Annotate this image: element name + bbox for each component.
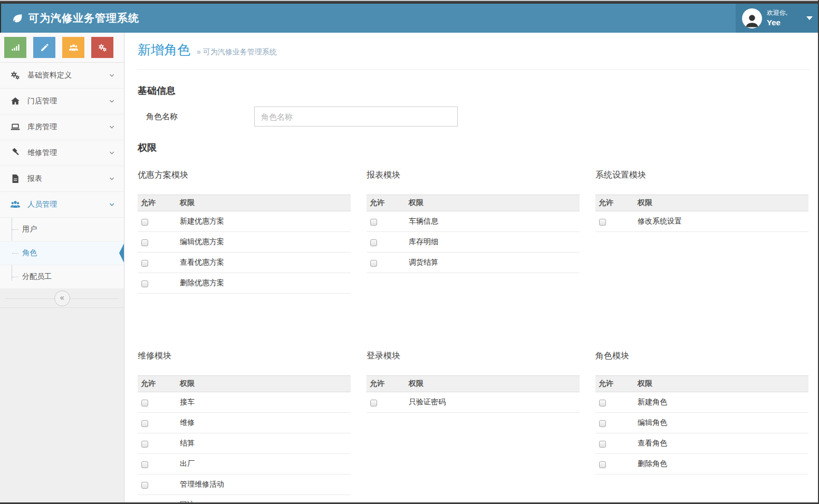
permissions-heading: 权限 [138,141,810,154]
module-title: 优惠方案模块 [138,170,351,181]
permission-table: 允许 权限 接车 维修 结算 出厂 管理维修活动 回访 [138,375,351,502]
module-title: 角色模块 [595,351,808,362]
welcome-text: 欢迎你, [767,9,787,17]
sidebar-item-label: 报表 [27,174,42,183]
allow-checkbox[interactable] [599,441,606,448]
allow-checkbox[interactable] [370,260,377,267]
permission-label: 出厂 [177,454,351,474]
permission-row: 只验证密码 [367,392,580,413]
basic-info-heading: 基础信息 [138,84,810,97]
shortcut-stats-button[interactable] [4,37,26,58]
allow-checkbox[interactable] [141,400,148,406]
sidebar-item-warehouse[interactable]: 库房管理 [0,114,124,140]
allow-checkbox[interactable] [141,441,148,448]
permission-column-header: 权限 [177,195,351,211]
permission-row: 删除优惠方案 [138,273,351,294]
table-header-row: 允许 权限 [138,195,351,211]
allow-checkbox[interactable] [599,400,606,406]
permission-row: 查看优惠方案 [138,253,351,273]
leaf-icon [12,13,23,24]
permission-label: 删除角色 [635,454,808,474]
permission-label: 调货结算 [406,253,580,273]
allow-column-header: 允许 [138,195,177,211]
bar-chart-icon [11,43,21,53]
table-header-row: 允许 权限 [595,376,808,392]
permission-row: 维修 [138,413,351,433]
module-discount-plan: 优惠方案模块 允许 权限 新建优惠方案 编辑优惠方案 查看优惠方案 删除优惠方案 [138,170,351,294]
sidebar-item-reports[interactable]: 报表 [0,166,124,192]
shortcut-settings-button[interactable] [91,37,113,58]
shortcut-staff-button[interactable] [62,37,84,58]
permission-row: 接车 [138,392,351,413]
sidebar-item-stores[interactable]: 门店管理 [0,89,124,114]
app-header: 可为汽修业务管理系统 欢迎你, Yee [0,4,819,33]
laptop-icon [9,122,21,132]
brand-logo[interactable]: 可为汽修业务管理系统 [0,11,139,25]
permission-label: 编辑角色 [635,413,808,433]
page-title: 新增角色 [138,41,190,59]
allow-checkbox[interactable] [141,461,148,468]
permission-row: 编辑优惠方案 [138,232,351,253]
chevron-down-icon [108,149,115,157]
sidebar-subitem-assign-staff[interactable]: 分配员工 [0,265,124,289]
breadcrumb: » 可为汽修业务管理系统 [197,47,277,57]
table-header-row: 允许 权限 [367,376,580,392]
user-menu[interactable]: 欢迎你, Yee [736,4,819,33]
user-greeting: 欢迎你, Yee [767,9,787,27]
pencil-icon [40,43,50,53]
permission-row: 删除角色 [595,454,808,474]
module-reports: 报表模块 允许 权限 车辆信息 库存明细 调货结算 [367,170,580,273]
sidebar-subitem-users[interactable]: 用户 [0,218,124,241]
allow-column-header: 允许 [595,376,635,392]
allow-checkbox[interactable] [141,482,148,489]
permission-label: 编辑优惠方案 [177,232,351,253]
allow-checkbox[interactable] [141,420,148,427]
sidebar-shortcuts [0,33,124,63]
allow-checkbox[interactable] [599,219,606,226]
window-left-edge [0,4,1,33]
shortcut-edit-button[interactable] [33,37,55,58]
sidebar-subitem-label: 角色 [22,248,37,258]
module-repair: 维修模块 允许 权限 接车 维修 结算 出厂 管理维修活动 回访 [138,351,351,502]
user-name: Yee [767,17,787,28]
module-roles: 角色模块 允许 权限 新建角色 编辑角色 查看角色 删除角色 [595,351,808,474]
allow-checkbox[interactable] [599,420,606,427]
permission-label: 新建角色 [635,392,808,413]
sidebar-item-label: 维修管理 [27,148,57,158]
table-header-row: 允许 权限 [595,195,808,211]
sidebar-collapse-strip: « [0,289,124,308]
permission-modules-grid: 优惠方案模块 允许 权限 新建优惠方案 编辑优惠方案 查看优惠方案 删除优惠方案… [138,170,810,502]
sidebar-subitem-roles[interactable]: 角色 [0,241,124,265]
app-title: 可为汽修业务管理系统 [28,11,139,25]
chevron-down-icon [108,72,115,79]
permission-label: 结算 [177,433,351,454]
sidebar-item-label: 人员管理 [27,200,57,209]
window-top-edge [0,0,819,4]
gavel-icon [9,148,21,158]
sidebar-collapse-button[interactable]: « [54,290,70,306]
chevron-down-icon [108,175,115,182]
sidebar: 基础资料定义门店管理库房管理维修管理报表人员管理 用户角色分配员工 « [0,33,124,502]
allow-checkbox[interactable] [141,239,148,246]
allow-checkbox[interactable] [141,280,148,287]
chevron-down-icon [108,123,115,131]
file-icon [9,173,21,184]
sidebar-item-base-data[interactable]: 基础资料定义 [0,63,124,89]
role-name-input[interactable] [254,106,458,127]
allow-checkbox[interactable] [599,461,606,468]
allow-checkbox[interactable] [370,400,377,406]
permission-label: 回访 [177,495,351,503]
allow-checkbox[interactable] [370,239,377,246]
permission-table: 允许 权限 新建角色 编辑角色 查看角色 删除角色 [595,375,808,474]
allow-checkbox[interactable] [370,219,377,226]
allow-checkbox[interactable] [141,260,148,267]
chevron-down-icon [108,98,115,105]
permission-table: 允许 权限 车辆信息 库存明细 调货结算 [367,195,580,273]
sidebar-item-repair[interactable]: 维修管理 [0,140,124,166]
sidebar-item-staff[interactable]: 人员管理 [0,192,124,218]
permission-row: 修改系统设置 [595,211,808,232]
sidebar-item-label: 门店管理 [27,96,57,106]
permission-row: 车辆信息 [367,211,580,232]
role-name-label: 角色名称 [138,112,254,122]
allow-checkbox[interactable] [141,219,148,226]
